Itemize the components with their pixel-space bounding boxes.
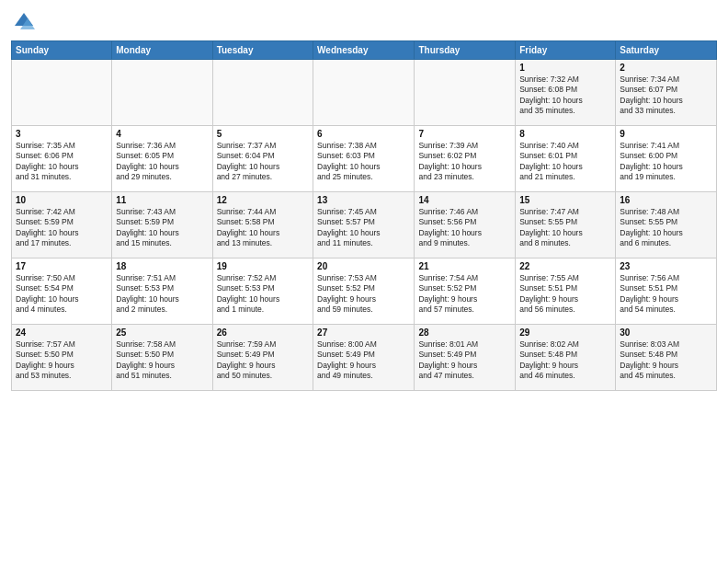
weekday-header-monday: Monday bbox=[112, 41, 212, 60]
day-cell: 12Sunrise: 7:44 AMSunset: 5:58 PMDayligh… bbox=[212, 192, 313, 259]
day-info: Sunrise: 7:48 AMSunset: 5:55 PMDaylight:… bbox=[620, 207, 712, 249]
day-number: 3 bbox=[16, 129, 108, 139]
day-number: 4 bbox=[116, 129, 208, 139]
day-cell: 9Sunrise: 7:41 AMSunset: 6:00 PMDaylight… bbox=[616, 126, 717, 192]
day-info: Sunrise: 7:51 AMSunset: 5:53 PMDaylight:… bbox=[116, 273, 208, 316]
day-cell: 8Sunrise: 7:40 AMSunset: 6:01 PMDaylight… bbox=[516, 126, 616, 192]
weekday-header-tuesday: Tuesday bbox=[212, 41, 313, 60]
day-number: 8 bbox=[519, 129, 611, 139]
week-row-1: 1Sunrise: 7:32 AMSunset: 6:08 PMDaylight… bbox=[12, 60, 717, 126]
day-cell: 20Sunrise: 7:53 AMSunset: 5:52 PMDayligh… bbox=[313, 259, 415, 325]
day-info: Sunrise: 7:35 AMSunset: 6:06 PMDaylight:… bbox=[16, 141, 108, 183]
day-number: 15 bbox=[519, 195, 611, 205]
day-cell bbox=[415, 60, 516, 126]
day-cell: 23Sunrise: 7:56 AMSunset: 5:51 PMDayligh… bbox=[616, 259, 717, 325]
day-number: 7 bbox=[418, 129, 511, 139]
weekday-header-wednesday: Wednesday bbox=[313, 41, 415, 60]
day-info: Sunrise: 7:32 AMSunset: 6:08 PMDaylight:… bbox=[519, 75, 611, 117]
day-info: Sunrise: 8:03 AMSunset: 5:48 PMDaylight:… bbox=[620, 339, 712, 382]
day-number: 30 bbox=[620, 327, 712, 338]
day-info: Sunrise: 7:50 AMSunset: 5:54 PMDaylight:… bbox=[16, 273, 108, 316]
day-number: 5 bbox=[217, 129, 309, 139]
day-number: 29 bbox=[519, 327, 611, 338]
day-info: Sunrise: 7:40 AMSunset: 6:01 PMDaylight:… bbox=[519, 141, 611, 183]
week-row-3: 10Sunrise: 7:42 AMSunset: 5:59 PMDayligh… bbox=[12, 192, 717, 259]
page: SundayMondayTuesdayWednesdayThursdayFrid… bbox=[0, 0, 728, 563]
day-info: Sunrise: 7:36 AMSunset: 6:05 PMDaylight:… bbox=[116, 141, 208, 183]
day-cell: 3Sunrise: 7:35 AMSunset: 6:06 PMDaylight… bbox=[12, 126, 112, 192]
day-info: Sunrise: 7:57 AMSunset: 5:50 PMDaylight:… bbox=[16, 339, 108, 382]
day-number: 22 bbox=[519, 261, 611, 271]
day-number: 21 bbox=[418, 261, 511, 271]
week-row-5: 24Sunrise: 7:57 AMSunset: 5:50 PMDayligh… bbox=[12, 325, 717, 391]
day-info: Sunrise: 7:46 AMSunset: 5:56 PMDaylight:… bbox=[418, 207, 511, 249]
day-cell: 15Sunrise: 7:47 AMSunset: 5:55 PMDayligh… bbox=[516, 192, 616, 259]
day-number: 6 bbox=[317, 129, 410, 139]
day-cell: 13Sunrise: 7:45 AMSunset: 5:57 PMDayligh… bbox=[313, 192, 415, 259]
day-number: 16 bbox=[620, 195, 712, 205]
day-info: Sunrise: 7:54 AMSunset: 5:52 PMDaylight:… bbox=[418, 273, 511, 316]
day-number: 24 bbox=[16, 327, 108, 338]
day-cell: 25Sunrise: 7:58 AMSunset: 5:50 PMDayligh… bbox=[112, 325, 212, 391]
day-number: 23 bbox=[620, 261, 712, 271]
day-info: Sunrise: 7:44 AMSunset: 5:58 PMDaylight:… bbox=[217, 207, 309, 249]
day-info: Sunrise: 7:47 AMSunset: 5:55 PMDaylight:… bbox=[519, 207, 611, 249]
day-info: Sunrise: 7:59 AMSunset: 5:49 PMDaylight:… bbox=[217, 339, 309, 382]
day-number: 13 bbox=[317, 195, 410, 205]
day-info: Sunrise: 7:38 AMSunset: 6:03 PMDaylight:… bbox=[317, 141, 410, 183]
day-number: 17 bbox=[16, 261, 108, 271]
week-row-2: 3Sunrise: 7:35 AMSunset: 6:06 PMDaylight… bbox=[12, 126, 717, 192]
weekday-header-row: SundayMondayTuesdayWednesdayThursdayFrid… bbox=[12, 41, 717, 60]
day-cell: 30Sunrise: 8:03 AMSunset: 5:48 PMDayligh… bbox=[616, 325, 717, 391]
day-number: 12 bbox=[217, 195, 309, 205]
day-number: 14 bbox=[418, 195, 511, 205]
weekday-header-saturday: Saturday bbox=[616, 41, 717, 60]
day-cell: 19Sunrise: 7:52 AMSunset: 5:53 PMDayligh… bbox=[212, 259, 313, 325]
day-info: Sunrise: 7:52 AMSunset: 5:53 PMDaylight:… bbox=[217, 273, 309, 316]
weekday-header-sunday: Sunday bbox=[12, 41, 112, 60]
day-cell: 14Sunrise: 7:46 AMSunset: 5:56 PMDayligh… bbox=[415, 192, 516, 259]
day-cell: 16Sunrise: 7:48 AMSunset: 5:55 PMDayligh… bbox=[616, 192, 717, 259]
day-cell bbox=[112, 60, 212, 126]
day-info: Sunrise: 7:41 AMSunset: 6:00 PMDaylight:… bbox=[620, 141, 712, 183]
day-info: Sunrise: 7:34 AMSunset: 6:07 PMDaylight:… bbox=[620, 75, 712, 117]
day-number: 26 bbox=[217, 327, 309, 338]
logo-icon bbox=[11, 9, 37, 35]
day-cell bbox=[313, 60, 415, 126]
day-cell: 21Sunrise: 7:54 AMSunset: 5:52 PMDayligh… bbox=[415, 259, 516, 325]
day-info: Sunrise: 7:43 AMSunset: 5:59 PMDaylight:… bbox=[116, 207, 208, 249]
day-number: 1 bbox=[519, 63, 611, 73]
day-cell: 11Sunrise: 7:43 AMSunset: 5:59 PMDayligh… bbox=[112, 192, 212, 259]
day-cell: 22Sunrise: 7:55 AMSunset: 5:51 PMDayligh… bbox=[516, 259, 616, 325]
day-info: Sunrise: 7:56 AMSunset: 5:51 PMDaylight:… bbox=[620, 273, 712, 316]
day-info: Sunrise: 7:42 AMSunset: 5:59 PMDaylight:… bbox=[16, 207, 108, 249]
day-cell: 24Sunrise: 7:57 AMSunset: 5:50 PMDayligh… bbox=[12, 325, 112, 391]
day-info: Sunrise: 7:55 AMSunset: 5:51 PMDaylight:… bbox=[519, 273, 611, 316]
day-info: Sunrise: 7:53 AMSunset: 5:52 PMDaylight:… bbox=[317, 273, 410, 316]
day-info: Sunrise: 8:00 AMSunset: 5:49 PMDaylight:… bbox=[317, 339, 410, 382]
day-number: 10 bbox=[16, 195, 108, 205]
day-number: 25 bbox=[116, 327, 208, 338]
day-cell: 1Sunrise: 7:32 AMSunset: 6:08 PMDaylight… bbox=[516, 60, 616, 126]
header bbox=[11, 9, 717, 35]
day-number: 11 bbox=[116, 195, 208, 205]
day-info: Sunrise: 7:45 AMSunset: 5:57 PMDaylight:… bbox=[317, 207, 410, 249]
logo bbox=[11, 9, 40, 35]
day-cell: 7Sunrise: 7:39 AMSunset: 6:02 PMDaylight… bbox=[415, 126, 516, 192]
day-cell: 29Sunrise: 8:02 AMSunset: 5:48 PMDayligh… bbox=[516, 325, 616, 391]
day-number: 20 bbox=[317, 261, 410, 271]
weekday-header-friday: Friday bbox=[516, 41, 616, 60]
day-cell: 18Sunrise: 7:51 AMSunset: 5:53 PMDayligh… bbox=[112, 259, 212, 325]
weekday-header-thursday: Thursday bbox=[415, 41, 516, 60]
day-info: Sunrise: 8:01 AMSunset: 5:49 PMDaylight:… bbox=[418, 339, 511, 382]
day-info: Sunrise: 7:39 AMSunset: 6:02 PMDaylight:… bbox=[418, 141, 511, 183]
day-cell bbox=[212, 60, 313, 126]
day-number: 27 bbox=[317, 327, 410, 338]
day-cell: 27Sunrise: 8:00 AMSunset: 5:49 PMDayligh… bbox=[313, 325, 415, 391]
day-number: 18 bbox=[116, 261, 208, 271]
day-cell: 10Sunrise: 7:42 AMSunset: 5:59 PMDayligh… bbox=[12, 192, 112, 259]
day-cell: 26Sunrise: 7:59 AMSunset: 5:49 PMDayligh… bbox=[212, 325, 313, 391]
day-info: Sunrise: 8:02 AMSunset: 5:48 PMDaylight:… bbox=[519, 339, 611, 382]
calendar: SundayMondayTuesdayWednesdayThursdayFrid… bbox=[11, 40, 717, 391]
day-cell: 6Sunrise: 7:38 AMSunset: 6:03 PMDaylight… bbox=[313, 126, 415, 192]
